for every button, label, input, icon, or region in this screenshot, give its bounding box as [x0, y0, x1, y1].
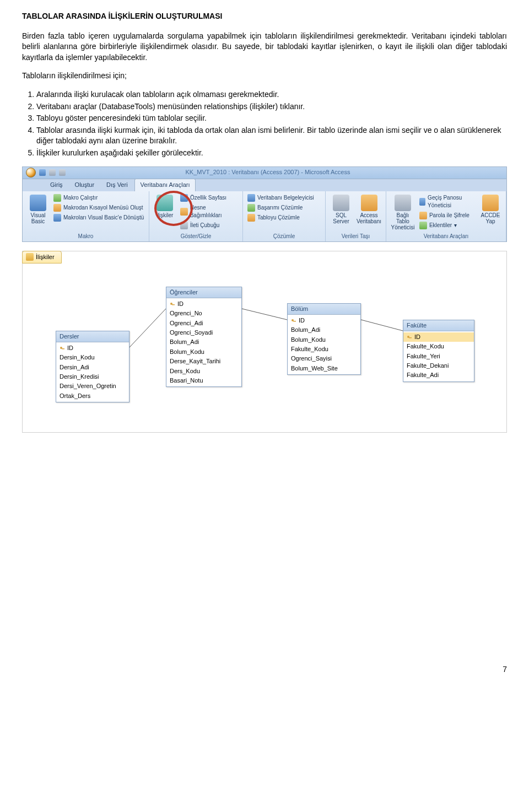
basarimi-cozumle-button[interactable]: Başarımı Çözümle — [246, 203, 315, 212]
parola-sifrele-button[interactable]: Parola ile Şifrele — [418, 211, 476, 220]
relationships-window: İlişkiler Dersler ID Dersin_Kodu Dersin_… — [22, 251, 507, 433]
access-veritabani-button[interactable]: Access Veritabanı — [355, 193, 382, 225]
documenter-icon — [247, 194, 255, 202]
field-item[interactable]: Ogrenci_No — [166, 309, 241, 318]
group-label-verileri-tasi: Verileri Taşı — [329, 232, 382, 240]
relationships-tab-icon — [26, 253, 34, 261]
table-ogrenciler[interactable]: Öğrenciler ID Ogrenci_No Ogrenci_Adi Ogr… — [166, 287, 242, 388]
field-item[interactable]: Bolum_Adi — [166, 337, 241, 347]
intro-paragraph-1: Birden fazla tablo içeren uygulamalarda … — [22, 31, 507, 63]
table-title-dersler: Dersler — [56, 331, 129, 342]
field-item[interactable]: Ortak_Ders — [56, 391, 129, 401]
convert-macro-icon — [53, 214, 61, 222]
ileti-cubugu-button[interactable]: İleti Çubuğu — [179, 221, 239, 230]
primary-key-icon — [291, 318, 296, 324]
office-orb-icon[interactable] — [26, 168, 36, 178]
message-bar-icon — [180, 222, 188, 229]
svg-rect-8 — [293, 321, 296, 322]
analyze-table-icon — [247, 214, 255, 222]
step-item: Tablolar arasında ilişki kurmak için, ik… — [36, 125, 507, 147]
step-item: Tabloyu göster penceresindeki tüm tablol… — [36, 113, 507, 124]
field-item[interactable]: Dersin_Kredisi — [56, 372, 129, 381]
tab-olustur[interactable]: Oluştur — [69, 179, 100, 191]
ribbon-body: Visual Basic Makro Çalıştır Makrodan Kıs… — [23, 191, 506, 241]
qat-save-icon[interactable] — [39, 169, 46, 176]
group-label-makro: Makro — [26, 232, 145, 240]
steps-list: Aralarında ilişki kurulacak olan tablola… — [22, 89, 507, 159]
field-item[interactable]: Bolum_Kodu — [288, 335, 360, 345]
field-item[interactable]: Bolum_Adi — [288, 325, 360, 335]
ribbon-tabs: Giriş Oluştur Dış Veri Veritabanı Araçla… — [23, 179, 506, 191]
field-item[interactable]: Bolum_Web_Site — [288, 364, 360, 373]
access-db-icon — [361, 195, 377, 211]
run-macro-icon — [53, 194, 61, 202]
accde-yap-button[interactable]: ACCDE Yap — [478, 193, 503, 225]
table-dersler[interactable]: Dersler ID Dersin_Kodu Dersin_Adi Dersin… — [56, 331, 129, 403]
iliskiler-button[interactable]: İlişkiler — [153, 193, 177, 219]
qat-undo-icon[interactable] — [49, 169, 56, 176]
intro-paragraph-2: Tabloların ilişkilendirilmesi için; — [22, 71, 507, 82]
relationships-icon — [156, 195, 173, 211]
tab-giris[interactable]: Giriş — [45, 179, 68, 191]
veritabani-belgeleyicisi-button[interactable]: Veritabanı Belgeleyicisi — [246, 193, 315, 202]
ribbon-screenshot: KK_MVT_2010 : Veritabanı (Access 2007) -… — [22, 166, 507, 242]
primary-key-icon — [170, 302, 175, 307]
field-item[interactable]: Derse_Kayit_Tarihi — [166, 357, 241, 366]
encrypt-icon — [419, 212, 427, 219]
object-deps-icon — [180, 208, 188, 216]
primary-key-icon — [60, 346, 65, 351]
table-fakulte[interactable]: Fakülte ID Fakulte_Kodu Fakulte_Yeri Fak… — [403, 320, 474, 382]
tab-veritabani-araclari[interactable]: Veritabanı Araçları — [134, 179, 196, 191]
step-item: İlişkiler kurulurken aşağıdaki şekiller … — [36, 148, 507, 159]
nesne-bagimliliklari-button[interactable]: Nesne Bağımlılıkları — [179, 203, 239, 220]
relationships-tab[interactable]: İlişkiler — [22, 251, 62, 264]
qat-redo-icon[interactable] — [59, 169, 66, 176]
property-sheet-icon — [180, 194, 188, 202]
field-id[interactable]: ID — [56, 343, 129, 353]
field-id[interactable]: ID — [403, 332, 474, 342]
field-item[interactable]: Dersin_Adi — [56, 363, 129, 372]
table-bolum[interactable]: Bölüm ID Bolum_Adi Bolum_Kodu Fakulte_Ko… — [287, 303, 361, 375]
step-item: Veritabanı araçlar (DatabaseTools) menüs… — [36, 101, 507, 112]
field-item[interactable]: Fakulte_Adi — [403, 370, 474, 380]
field-item[interactable]: Ogrenci_Adi — [166, 319, 241, 328]
field-item[interactable]: Ogrenci_Sayisi — [288, 354, 360, 363]
svg-line-0 — [129, 309, 166, 347]
table-title-ogrenciler: Öğrenciler — [166, 287, 241, 298]
visual-basic-button[interactable]: Visual Basic — [26, 193, 50, 225]
sql-server-button[interactable]: SQL Server — [329, 193, 353, 225]
field-item[interactable]: Fakulte_Kodu — [288, 345, 360, 354]
makro-calistir-button[interactable]: Makro Çalıştır — [52, 193, 145, 202]
switchboard-icon — [419, 198, 425, 206]
field-item[interactable]: Fakulte_Dekani — [403, 361, 474, 370]
ozellik-sayfasi-button[interactable]: Özellik Sayfası — [179, 193, 239, 202]
makro-kisayol-button[interactable]: Makrodan Kısayol Menüsü Oluşt — [52, 203, 145, 212]
tab-dis-veri[interactable]: Dış Veri — [101, 179, 133, 191]
tabloyu-cozumle-button[interactable]: Tabloyu Çözümle — [246, 213, 315, 222]
analyze-perf-icon — [247, 204, 255, 212]
shortcut-menu-icon — [53, 204, 61, 212]
relationships-canvas[interactable]: Dersler ID Dersin_Kodu Dersin_Adi Dersin… — [23, 265, 506, 432]
makro-vb-donustur-button[interactable]: Makroları Visual Basic'e Dönüştü — [52, 213, 145, 222]
page-heading: TABLOLAR ARASINDA İLİŞKİLERİN OLUŞTURULM… — [22, 11, 507, 22]
field-item[interactable]: Fakulte_Kodu — [403, 342, 474, 351]
field-id[interactable]: ID — [288, 316, 360, 325]
table-title-bolum: Bölüm — [288, 304, 360, 315]
field-item[interactable]: Fakulte_Yeri — [403, 352, 474, 361]
bagli-tablo-yoneticisi-button[interactable]: Bağlı Tablo Yöneticisi — [390, 193, 416, 232]
field-item[interactable]: Ders_Kodu — [166, 367, 241, 376]
eklentiler-button[interactable]: Eklentiler ▾ — [418, 221, 476, 230]
field-item[interactable]: Dersi_Veren_Ogretin — [56, 381, 129, 391]
svg-rect-4 — [62, 348, 64, 349]
svg-rect-10 — [409, 337, 412, 338]
field-item[interactable]: Bolum_Kodu — [166, 347, 241, 357]
group-label-goster-gizle: Göster/Gizle — [153, 232, 239, 240]
field-item[interactable]: Basari_Notu — [166, 376, 241, 385]
visual-basic-icon — [30, 195, 46, 211]
gecis-panosu-button[interactable]: Geçiş Panosu Yöneticisi — [418, 193, 476, 210]
field-id[interactable]: ID — [166, 299, 241, 309]
field-item[interactable]: Ogrenci_Soyadi — [166, 328, 241, 337]
ribbon-titlebar: KK_MVT_2010 : Veritabanı (Access 2007) -… — [23, 167, 506, 179]
field-item[interactable]: Dersin_Kodu — [56, 353, 129, 362]
primary-key-icon — [407, 335, 412, 340]
